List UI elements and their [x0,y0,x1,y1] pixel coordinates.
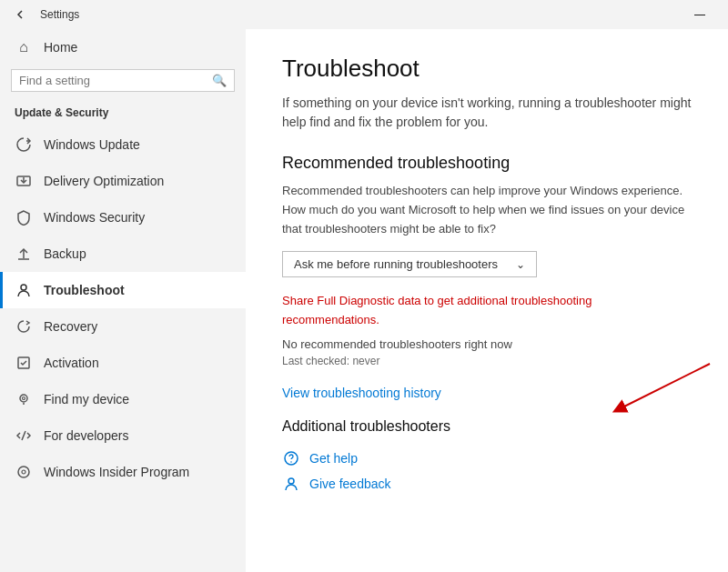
section-label: Update & Security [0,103,246,126]
page-title: Troubleshoot [282,55,692,83]
recovery-icon [15,317,33,336]
sidebar-item-windows-update[interactable]: Windows Update [0,126,246,163]
windows-insider-label: Windows Insider Program [44,465,189,479]
app-title: Settings [40,8,79,21]
troubleshoot-icon [15,281,33,299]
svg-point-6 [22,470,25,474]
page-description: If something on your device isn't workin… [282,94,692,132]
get-help-item[interactable]: Get help [282,449,692,467]
svg-point-3 [20,395,27,402]
dropdown-label: Ask me before running troubleshooters [294,257,498,271]
sidebar-item-find-my-device[interactable]: Find my device [0,381,246,417]
delivery-optimization-label: Delivery Optimization [44,174,164,188]
give-feedback-icon [282,475,300,493]
svg-point-1 [21,285,26,290]
backup-icon [15,245,33,263]
diagnostic-link-container: Share Full Diagnostic data to get additi… [282,292,692,330]
app-body: ⌂ Home 🔍 Update & Security Windows Updat… [0,29,728,572]
status-text: No recommended troubleshooters right now [282,337,692,351]
sidebar-item-recovery[interactable]: Recovery [0,308,246,345]
sidebar-item-delivery-optimization[interactable]: Delivery Optimization [0,163,246,199]
troubleshooter-dropdown[interactable]: Ask me before running troubleshooters ⌄ [282,251,537,277]
windows-security-label: Windows Security [44,210,145,225]
main-content: Troubleshoot If something on your device… [246,29,728,572]
for-developers-label: For developers [44,428,128,443]
home-label: Home [44,40,77,55]
sidebar-item-troubleshoot[interactable]: Troubleshoot [0,272,246,308]
sidebar-item-home[interactable]: ⌂ Home [0,29,246,65]
home-icon: ⌂ [15,38,33,56]
sidebar-item-windows-insider[interactable]: Windows Insider Program [0,454,246,490]
windows-update-label: Windows Update [44,137,140,152]
chevron-down-icon: ⌄ [516,258,525,271]
for-developers-icon [15,426,33,445]
get-help-icon [282,449,300,467]
recommended-heading: Recommended troubleshooting [282,154,692,173]
troubleshoot-label: Troubleshoot [44,283,125,297]
sidebar-item-windows-security[interactable]: Windows Security [0,199,246,236]
recovery-label: Recovery [44,319,97,334]
sidebar-item-backup[interactable]: Backup [0,236,246,272]
svg-point-9 [288,478,294,484]
titlebar: Settings — [0,0,728,29]
give-feedback-item[interactable]: Give feedback [282,475,692,493]
svg-point-4 [23,397,25,400]
windows-insider-icon [15,463,33,481]
delivery-optimization-icon [15,172,33,190]
search-box[interactable]: 🔍 [11,69,235,92]
activation-label: Activation [44,356,99,370]
bottom-links: Get help Give feedback [282,449,692,493]
svg-point-8 [290,461,292,463]
sidebar: ⌂ Home 🔍 Update & Security Windows Updat… [0,29,246,572]
annotation-arrow [546,355,728,437]
recommended-text: Recommended troubleshooters can help imp… [282,182,692,238]
back-button[interactable] [7,2,33,27]
search-icon: 🔍 [212,74,227,87]
minimize-button[interactable]: — [679,0,721,29]
give-feedback-label: Give feedback [309,477,391,491]
find-my-device-icon [15,390,33,408]
activation-icon [15,354,33,372]
sidebar-item-for-developers[interactable]: For developers [0,417,246,454]
titlebar-left: Settings [7,2,79,27]
find-my-device-label: Find my device [44,392,129,406]
search-input[interactable] [19,74,205,87]
windows-security-icon [15,208,33,226]
windows-update-icon [15,135,33,154]
backup-label: Backup [44,246,86,261]
sidebar-item-activation[interactable]: Activation [0,345,246,381]
additional-section-container: Additional troubleshooters [282,418,692,435]
diagnostic-link[interactable]: Share Full Diagnostic data to get additi… [282,294,592,326]
titlebar-controls: — [679,0,721,29]
svg-point-5 [18,467,29,477]
get-help-label: Get help [309,451,358,466]
